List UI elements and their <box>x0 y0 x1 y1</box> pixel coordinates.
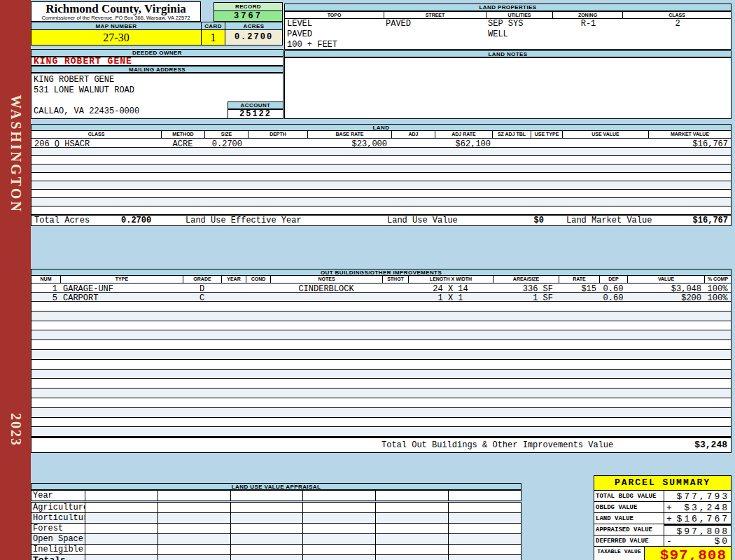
land-use-appraisal-title: LAND USE VALUE APPRAISAL <box>31 483 522 490</box>
deeded-owner-value: KING ROBERT GENE <box>31 57 284 66</box>
ob-cell-rate <box>559 293 599 301</box>
taxable-value-row: TAXABLE VALUE $97,808 <box>594 547 731 560</box>
ob-total-value: $3,248 <box>694 438 727 452</box>
land-properties-header-row: TOPO STREET UTILITIES ZONING CLASS <box>284 11 732 19</box>
appraisal-row-label: Totals <box>31 555 85 560</box>
appraisal-row-label: Agriculture <box>31 503 85 513</box>
land-cell-class: 206 Q HSACR <box>31 139 161 147</box>
appraisal-row-label: Horticulture <box>31 513 85 524</box>
land-header-cell: SIZE <box>204 131 248 138</box>
account-label: ACCOUNT <box>227 102 284 109</box>
out-buildings-row: 1 GARAGE-UNF D CINDERBLOCK 24 X 14 336 S… <box>31 284 732 293</box>
land-empty-rows <box>31 148 732 215</box>
zoning-value: R-1 <box>552 19 622 49</box>
out-buildings-title: OUT BUILDINGS/OTHER IMPROVEMENTS <box>31 269 732 276</box>
summary-row-label: OBLDG VALUE <box>594 502 664 512</box>
summary-row: OBLDG VALUE + $3,248 <box>594 502 731 513</box>
ob-cell-length-width: 24 X 14 <box>408 284 493 292</box>
land-notes-box <box>284 57 732 119</box>
ob-cell-sthgt <box>382 284 408 292</box>
land-use-value-label: Land Use Value <box>387 216 458 226</box>
summary-row-label: APPRAISED VALUE <box>594 524 664 535</box>
district-label: WASHINGTON <box>8 94 24 214</box>
ob-cell-dep: 0.60 <box>599 293 627 301</box>
land-header-cell: DEPTH <box>248 131 307 138</box>
ob-cell-area-size: 336 SF <box>493 284 559 292</box>
land-properties-header-cell: CLASS <box>622 12 731 18</box>
summary-row: TOTAL BLDG VALUE $77,793 <box>594 491 731 502</box>
land-section-title: LAND <box>31 124 732 131</box>
out-buildings-total-row: Total Out Buildings & Other Improvements… <box>31 438 732 453</box>
ob-header-cell: VALUE <box>627 276 704 283</box>
ob-cell-year <box>221 284 246 292</box>
mailing-line: KING ROBERT GENE <box>34 75 283 85</box>
summary-row-value: $77,793 <box>664 491 731 501</box>
utilities-values: SEP SYS WELL <box>486 19 552 49</box>
land-cell-method: ACRE <box>161 139 204 147</box>
ob-cell-type: CARPORT <box>60 293 183 301</box>
land-header-cell: CLASS <box>31 131 161 138</box>
summary-row-value: $97,808 <box>664 524 731 535</box>
summary-row-value: + $16,767 <box>664 513 731 524</box>
property-record-card: WASHINGTON 2023 Richmond County, Virgini… <box>0 0 735 560</box>
summary-row: APPRAISED VALUE $97,808 <box>594 524 731 536</box>
land-data-row: 206 Q HSACR ACRE 0.2700 $23,000 $62,100 … <box>31 139 732 148</box>
land-header-cell: ADJ RATE <box>435 131 492 138</box>
ob-header-cell: NUM <box>31 276 60 283</box>
parcel-summary-title: PARCEL SUMMARY <box>594 476 731 491</box>
ob-cell-value: $200 <box>627 293 704 301</box>
land-header-cell: USE TYPE <box>531 131 562 138</box>
land-cell-adj <box>391 139 435 147</box>
ob-cell-pct-comp: 100% <box>704 284 731 292</box>
summary-row: DEFERRED VALUE - $0 <box>594 536 731 547</box>
sidebar: WASHINGTON 2023 <box>0 0 31 560</box>
summary-sign: - <box>666 536 672 547</box>
ob-header-cell: LENGTH X WIDTH <box>408 276 493 283</box>
ob-cell-num: 1 <box>31 284 60 292</box>
land-notes-title: LAND NOTES <box>284 50 732 57</box>
ob-header-cell: YEAR <box>221 276 246 283</box>
land-cell-depth <box>248 139 307 147</box>
topo-values: LEVEL PAVED 100 + FEET <box>285 19 384 49</box>
land-use-effective-year-label: Land Use Effective Year <box>186 216 302 226</box>
ob-cell-type: GARAGE-UNF <box>60 284 183 292</box>
ob-cell-cond <box>246 284 270 292</box>
summary-row-value: + $3,248 <box>664 502 731 512</box>
parcel-summary: PARCEL SUMMARY TOTAL BLDG VALUE $77,793 … <box>594 475 732 560</box>
ob-header-cell: RATE <box>559 276 599 283</box>
map-number-value: 27-30 <box>31 29 202 46</box>
total-acres-value: 0.2700 <box>121 216 151 226</box>
ob-cell-grade: C <box>183 293 221 301</box>
land-header-cell: METHOD <box>161 131 204 138</box>
ob-header-cell: COND <box>246 276 270 283</box>
county-title: Richmond County, Virginia <box>31 2 200 15</box>
land-properties-header-cell: STREET <box>384 12 486 18</box>
land-use-appraisal-year-row: Year <box>31 490 522 501</box>
ob-cell-value: $3,048 <box>627 284 704 292</box>
land-cell-market-value: $16,767 <box>648 139 731 147</box>
ob-header-cell: STHGT <box>382 276 408 283</box>
land-properties-header-cell: UTILITIES <box>486 12 552 18</box>
record-value: 3767 <box>214 10 283 22</box>
summary-sign: + <box>666 503 672 513</box>
account-value: 25122 <box>227 109 284 119</box>
land-properties-values: LEVEL PAVED 100 + FEET PAVED SEP SYS WEL… <box>284 19 732 50</box>
appraisal-row-label: Ineligible <box>31 545 85 555</box>
land-properties-header-cell: ZONING <box>552 12 622 18</box>
summary-row-label: LAND VALUE <box>594 513 664 524</box>
ob-header-cell: DEP <box>599 276 627 283</box>
ob-total-label: Total Out Buildings & Other Improvements… <box>382 438 613 452</box>
acres-value: 0.2700 <box>225 29 283 46</box>
summary-row: LAND VALUE + $16,767 <box>594 513 731 524</box>
land-cell-sz-adj-tbl <box>492 139 531 147</box>
land-market-value-label: Land Market Value <box>566 216 652 226</box>
summary-row-label: TOTAL BLDG VALUE <box>594 491 664 501</box>
land-use-value: $0 <box>493 216 544 226</box>
total-acres-label: Total Acres <box>34 216 90 226</box>
ob-cell-grade: D <box>183 284 221 292</box>
ob-header-cell: AREA/SIZE <box>493 276 559 283</box>
ob-cell-sthgt <box>382 293 408 301</box>
land-cell-use-value <box>562 139 648 147</box>
ob-header-cell: NOTES <box>270 276 382 283</box>
street-value: PAVED <box>384 19 486 49</box>
